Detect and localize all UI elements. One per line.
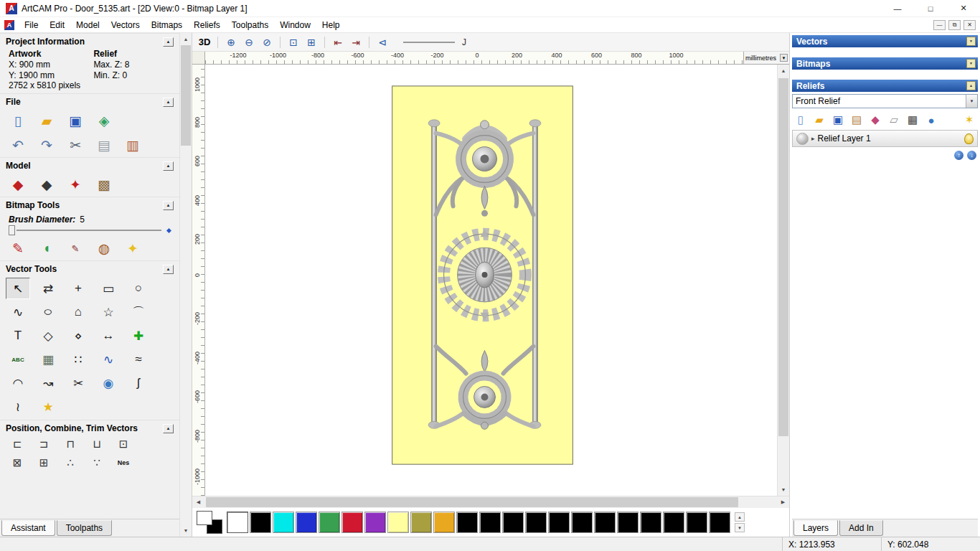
previous-view-icon[interactable]: ⇤: [330, 35, 346, 50]
relief-selector-dropdown[interactable]: Front Relief ▼: [792, 94, 978, 108]
scroll-right-icon[interactable]: ▶: [777, 496, 789, 508]
menu-bitmaps[interactable]: Bitmaps: [146, 18, 188, 32]
block-copy-icon[interactable]: ∷: [66, 349, 90, 370]
duplicate-layer-icon[interactable]: ▤: [849, 113, 864, 127]
gem-tool-icon[interactable]: ◆: [868, 113, 882, 127]
text-abc-icon[interactable]: ABC: [6, 349, 30, 370]
bitmaps-section-header[interactable]: Bitmaps ▼: [792, 57, 978, 70]
open-model-icon[interactable]: ▰: [37, 111, 56, 130]
canvas-vertical-scrollbar[interactable]: ▲ ▼: [777, 65, 789, 496]
collapse-icon[interactable]: ▲: [163, 424, 174, 433]
menu-model[interactable]: Model: [70, 18, 105, 32]
new-model-icon[interactable]: ▯: [9, 111, 27, 130]
menu-reliefs[interactable]: Reliefs: [188, 18, 226, 32]
palette-swatch[interactable]: [663, 512, 684, 533]
scrollbar-thumb[interactable]: [181, 45, 191, 146]
scroll-up-icon[interactable]: ▲: [180, 33, 192, 45]
node-editing-icon[interactable]: +: [66, 278, 90, 299]
scrollbar-thumb[interactable]: [778, 78, 788, 436]
paste-vector-icon[interactable]: ✚: [126, 325, 151, 347]
move-layer-up-button[interactable]: ↑: [954, 151, 963, 160]
scrollbar-track[interactable]: [180, 45, 192, 524]
scrollbar-thumb[interactable]: [206, 497, 738, 507]
scrollbar-track[interactable]: [204, 496, 777, 508]
mdi-close-button[interactable]: ✕: [963, 20, 976, 30]
view-3d-button[interactable]: 3D: [197, 35, 212, 50]
blank-layer-icon[interactable]: ▱: [887, 113, 901, 127]
nest-vectors-icon[interactable]: Nes: [115, 459, 132, 466]
expand-bitmaps-icon[interactable]: ▼: [966, 59, 976, 68]
palette-swatch[interactable]: [227, 512, 248, 533]
collapse-icon[interactable]: ▲: [163, 37, 174, 47]
align-left-icon[interactable]: ⊏: [9, 438, 26, 451]
load-image-icon[interactable]: ▩: [95, 175, 113, 194]
scroll-down-icon[interactable]: ▼: [180, 524, 192, 537]
menu-window[interactable]: Window: [274, 18, 316, 32]
palette-swatch[interactable]: [686, 512, 707, 533]
primary-colour-swatch[interactable]: [197, 511, 212, 525]
save-model-icon[interactable]: ▣: [66, 111, 85, 130]
relief-layer-row[interactable]: ▸ Relief Layer 1: [792, 130, 978, 147]
menu-help[interactable]: Help: [316, 18, 346, 32]
open-relief-icon[interactable]: ▰: [812, 113, 826, 127]
create-star-icon[interactable]: ☆: [96, 301, 121, 323]
tab-add-in[interactable]: Add In: [839, 520, 883, 536]
paste-icon[interactable]: ▤: [95, 136, 113, 154]
scroll-down-icon[interactable]: ▼: [735, 523, 745, 532]
select-vectors-icon[interactable]: ↖: [6, 278, 30, 299]
ungroup-vectors-icon[interactable]: ⊞: [35, 456, 52, 469]
set-model-size-icon[interactable]: ◆: [9, 175, 27, 194]
reliefs-section-header[interactable]: Reliefs ▲: [792, 80, 978, 92]
paint-selected-colour-icon[interactable]: ◖: [37, 239, 56, 258]
spline-tool-icon[interactable]: ʃ: [126, 372, 151, 394]
vectors-section-header[interactable]: Vectors ▼: [792, 35, 978, 47]
create-arc-icon[interactable]: ⌒: [126, 301, 151, 323]
zoom-in-icon[interactable]: ⊕: [223, 35, 239, 50]
chevron-down-icon[interactable]: ▼: [780, 54, 788, 62]
zoom-fit-icon[interactable]: ⊞: [303, 35, 319, 50]
close-button[interactable]: ✕: [947, 0, 980, 17]
scroll-up-icon[interactable]: ▲: [778, 65, 789, 77]
palette-swatch[interactable]: [296, 512, 317, 533]
mdi-restore-button[interactable]: ⧉: [948, 20, 961, 30]
brush-diameter-slider[interactable]: [0, 225, 179, 236]
trim-vectors-icon[interactable]: ✂: [66, 372, 90, 394]
palette-swatch[interactable]: [410, 512, 432, 533]
zoom-box-icon[interactable]: ⊡: [286, 35, 301, 50]
menu-vectors[interactable]: Vectors: [105, 18, 146, 32]
scroll-left-icon[interactable]: ◀: [192, 496, 204, 508]
tab-toolpaths[interactable]: Toolpaths: [57, 520, 112, 536]
flood-fill-icon[interactable]: ✦: [123, 239, 142, 258]
zoom-out-icon[interactable]: ⊖: [241, 35, 257, 50]
cut-icon[interactable]: ✂: [66, 136, 85, 154]
scroll-down-icon[interactable]: ▼: [778, 484, 789, 496]
join-vectors-icon[interactable]: ↝: [36, 372, 60, 394]
palette-swatch[interactable]: [479, 512, 501, 533]
palette-swatch[interactable]: [548, 512, 570, 533]
weld-vectors-icon[interactable]: ∴: [62, 456, 79, 469]
palette-swatch[interactable]: [594, 512, 616, 533]
palette-swatch[interactable]: [250, 512, 271, 533]
caret-right-icon[interactable]: ▸: [811, 135, 815, 142]
units-dropdown[interactable]: millimetres ▼: [743, 52, 789, 64]
palette-swatch[interactable]: [571, 512, 593, 533]
palette-swatch[interactable]: [319, 512, 340, 533]
draw-icon[interactable]: ✎: [66, 239, 85, 258]
trim-overlap-icon[interactable]: ∵: [88, 456, 105, 469]
maximize-button[interactable]: □: [914, 0, 947, 17]
measure-icon[interactable]: ↔: [96, 325, 121, 347]
scrollbar-track[interactable]: [778, 77, 789, 484]
mirror-relief-icon[interactable]: ✦: [66, 175, 85, 194]
wrap-text-icon[interactable]: ▦: [36, 349, 60, 370]
transform-vectors-icon[interactable]: ⇄: [36, 278, 60, 299]
import-model-icon[interactable]: ◈: [95, 111, 113, 130]
scroll-up-icon[interactable]: ▲: [735, 512, 745, 522]
create-ellipse-icon[interactable]: ○: [32, 301, 65, 323]
palette-swatch[interactable]: [364, 512, 386, 533]
align-centre-icon[interactable]: ⊡: [115, 438, 132, 451]
primary-secondary-colours[interactable]: [197, 511, 224, 534]
align-top-icon[interactable]: ⊓: [62, 438, 79, 451]
move-layer-down-button[interactable]: ↓: [967, 151, 976, 160]
new-relief-layer-icon[interactable]: ▯: [793, 113, 808, 127]
layer-visibility-bulb-icon[interactable]: [964, 133, 974, 144]
